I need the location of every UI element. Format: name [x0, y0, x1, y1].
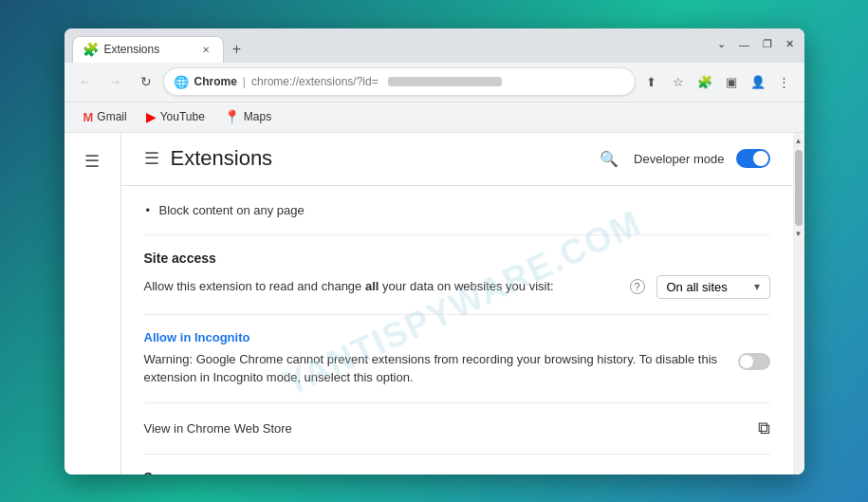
scroll-down-btn[interactable]: ▼ [793, 228, 804, 241]
main-area: ☰ YANTISPYWARE.COM ☰ Extensions 🔍 Develo… [65, 133, 804, 474]
block-content-section: Block content on any page [144, 186, 770, 235]
layout-icon[interactable]: ▣ [719, 69, 744, 94]
url-separator: | [243, 75, 246, 88]
site-name: Chrome [194, 75, 237, 88]
site-access-title: Site access [144, 251, 770, 266]
tab-extension-icon: 🧩 [83, 42, 99, 57]
secure-icon: 🌐 [174, 75, 189, 89]
source-title: Source [144, 470, 770, 474]
block-content-bullet: Block content on any page [144, 201, 770, 219]
dropdown-btn[interactable]: ⌄ [711, 34, 732, 55]
sidebar-menu-icon[interactable]: ☰ [75, 144, 109, 178]
youtube-label: YouTube [160, 110, 205, 123]
incognito-warning-text: Warning: Google Chrome cannot prevent ex… [144, 350, 727, 387]
tabs-area: 🧩 Extensions ✕ + [65, 28, 250, 63]
bookmark-gmail[interactable]: M Gmail [76, 106, 135, 128]
scrollbar-thumb[interactable] [795, 150, 803, 226]
address-bar: ← → ↻ 🌐 Chrome | chrome://extensions/?id… [65, 63, 804, 102]
scroll-up-btn[interactable]: ▲ [793, 135, 804, 148]
incognito-toggle[interactable] [738, 353, 770, 370]
maps-icon: 📍 [224, 109, 240, 124]
minimize-btn[interactable]: — [734, 34, 755, 55]
incognito-section: Allow in Incognito Warning: Google Chrom… [144, 315, 770, 403]
scroll-area: YANTISPYWARE.COM ☰ Extensions 🔍 Develope… [121, 133, 804, 474]
site-access-section: Site access Allow this extension to read… [144, 235, 770, 315]
window-controls: ⌄ — ❐ ✕ [711, 34, 801, 55]
close-btn[interactable]: ✕ [780, 34, 801, 55]
active-tab[interactable]: 🧩 Extensions ✕ [72, 36, 224, 63]
restore-btn[interactable]: ❐ [757, 34, 778, 55]
webstore-row: View in Chrome Web Store ⧉ [144, 418, 770, 438]
incognito-title: Allow in Incognito [144, 330, 770, 344]
url-bar[interactable]: 🌐 Chrome | chrome://extensions/?id= [163, 67, 636, 96]
bookmark-youtube[interactable]: ▶ YouTube [139, 105, 212, 128]
title-bar: 🧩 Extensions ✕ + ⌄ — ❐ ✕ [65, 28, 804, 63]
developer-mode-label: Developer mode [634, 152, 724, 166]
tab-title: Extensions [104, 43, 193, 56]
bookmark-maps[interactable]: 📍 Maps [216, 105, 279, 128]
webstore-label: View in Chrome Web Store [144, 421, 292, 436]
url-blurred-id [388, 77, 502, 86]
dropdown-arrow-icon: ▾ [754, 280, 760, 293]
developer-mode-toggle[interactable] [736, 149, 770, 168]
bookmarks-bar: M Gmail ▶ YouTube 📍 Maps [65, 102, 804, 133]
reload-btn[interactable]: ↻ [133, 68, 159, 95]
back-btn[interactable]: ← [72, 68, 99, 95]
site-access-dropdown[interactable]: On all sites ▾ [656, 275, 770, 299]
ext-menu-icon[interactable]: ☰ [144, 148, 159, 169]
forward-btn[interactable]: → [102, 68, 129, 95]
scrollbar[interactable]: ▲ ▼ [793, 133, 804, 474]
profile-icon[interactable]: 👤 [746, 69, 770, 94]
extensions-icon[interactable]: 🧩 [693, 69, 717, 94]
new-tab-btn[interactable]: + [224, 36, 250, 63]
tab-close-btn[interactable]: ✕ [198, 42, 213, 57]
source-section: Source [144, 455, 770, 474]
dropdown-value: On all sites [667, 280, 728, 294]
site-access-row: Allow this extension to read and change … [144, 275, 770, 299]
site-access-description: Allow this extension to read and change … [144, 278, 619, 295]
gmail-label: Gmail [97, 110, 126, 123]
share-icon[interactable]: ⬆ [639, 69, 664, 94]
webstore-link-icon[interactable]: ⧉ [758, 418, 770, 438]
url-path: chrome://extensions/?id= [251, 75, 379, 88]
webstore-section: View in Chrome Web Store ⧉ [144, 403, 770, 455]
address-icons: ⬆ ☆ 🧩 ▣ 👤 ⋮ [639, 69, 797, 94]
menu-icon[interactable]: ⋮ [772, 69, 797, 94]
maps-label: Maps [244, 110, 271, 123]
ext-search-icon[interactable]: 🔍 [596, 145, 622, 172]
content-body: Block content on any page Site access Al… [121, 186, 793, 474]
youtube-icon: ▶ [146, 109, 157, 124]
ext-content: ☰ Extensions 🔍 Developer mode Block cont… [121, 133, 793, 474]
bookmark-icon[interactable]: ☆ [666, 69, 691, 94]
browser-window: 🧩 Extensions ✕ + ⌄ — ❐ ✕ ← → ↻ 🌐 Chrome … [65, 28, 804, 474]
ext-page-title: Extensions [171, 146, 585, 171]
incognito-row: Warning: Google Chrome cannot prevent ex… [144, 350, 770, 387]
help-icon[interactable]: ? [630, 279, 645, 294]
gmail-icon: M [83, 110, 94, 124]
ext-sidebar: ☰ [65, 133, 121, 474]
ext-header: ☰ Extensions 🔍 Developer mode [121, 133, 793, 186]
